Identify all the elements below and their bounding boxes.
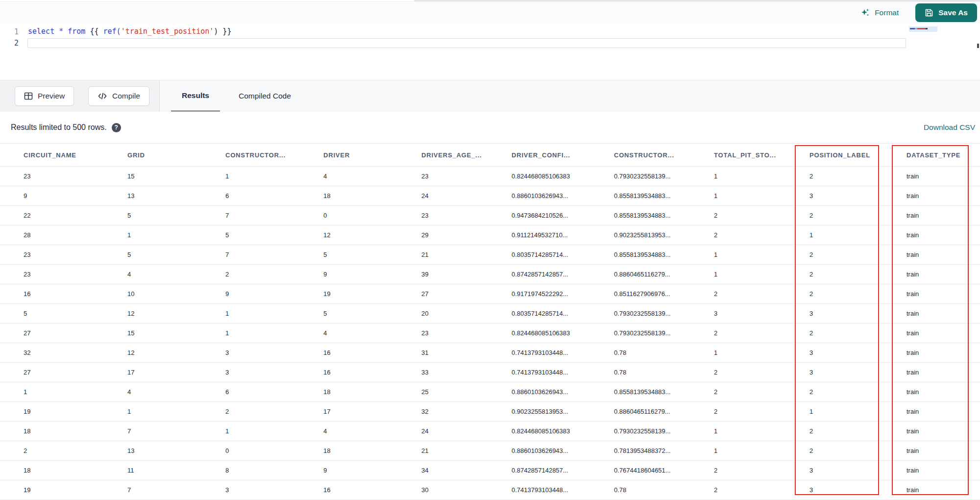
table-cell: 0.8860465116279... [605,265,705,284]
table-cell: 0.8558139534883... [605,382,705,402]
table-cell: 1 [217,304,315,324]
table-cell: 2 [705,324,801,343]
preview-label: Preview [38,92,65,100]
table-cell: 0.7413793103448... [503,363,605,382]
table-cell: 20 [413,304,503,324]
table-cell: 0.8035714285714... [503,245,605,265]
table-cell: 23 [0,265,119,284]
code-icon [98,92,107,100]
tab-compiled-code[interactable]: Compiled Code [228,80,302,112]
compile-button[interactable]: Compile [88,86,149,106]
table-cell: 0.8511627906976... [605,284,705,304]
column-header-circuit-name: CIRCUIT_NAME [0,144,119,167]
table-cell: 23 [413,324,503,343]
table-cell: 30 [413,480,503,500]
table-cell: 0.7930232558139... [605,422,705,441]
table-cell: 39 [413,265,503,284]
table-cell: 1 [705,441,801,461]
table-cell: 0.8860465116279... [605,402,705,422]
code-token: from [68,27,90,36]
line-number-2: 2 [11,39,19,48]
tab-compiled-code-label: Compiled Code [239,92,291,100]
table-cell: 16 [315,343,413,363]
table-cell: 0.824468085106383 [503,422,605,441]
column-header-driver-confi: DRIVER_CONFI... [503,144,605,167]
table-cell: 1 [0,382,119,402]
table-cell: 0.9112149532710... [503,225,605,245]
table-cell: 17 [119,363,217,382]
save-icon [925,8,933,17]
tab-results[interactable]: Results [171,80,220,112]
table-cell: 10 [119,284,217,304]
table-cell: 27 [0,363,119,382]
table-cell: 2 [705,363,801,382]
table-cell: 1 [705,422,801,441]
tab-results-label: Results [182,91,209,100]
table-cell: 0.8558139534883... [605,186,705,206]
table-cell: 0.78 [605,343,705,363]
table-cell: 0.8860103626943... [503,186,605,206]
table-cell: 0.7413793103448... [503,480,605,500]
active-line-box[interactable] [27,38,906,48]
code-token: ref( [103,27,121,36]
table-cell: 0.9473684210526... [503,206,605,225]
annotation-box-position-label [795,145,879,495]
help-icon[interactable]: ? [112,123,121,132]
table-cell: 2 [705,284,801,304]
format-button[interactable]: Format [860,8,899,18]
table-cell: 0.8558139534883... [605,245,705,265]
table-cell: 3 [705,304,801,324]
table-cell: 9 [315,461,413,480]
table-cell: 0.8860103626943... [503,382,605,402]
code-token: 'train_test_position' [121,27,214,36]
table-cell: 6 [217,186,315,206]
table-cell: 21 [413,441,503,461]
table-cell: 0 [315,206,413,225]
table-cell: 18 [315,186,413,206]
preview-button[interactable]: Preview [15,86,74,106]
table-cell: 11 [119,461,217,480]
save-as-button[interactable]: Save As [915,3,977,22]
table-cell: 7 [217,206,315,225]
sparkles-icon [860,8,870,18]
column-header-total-pit-sto: TOTAL_PIT_STO... [705,144,801,167]
table-cell: 18 [0,422,119,441]
table-cell: 5 [0,304,119,324]
table-cell: 5 [315,304,413,324]
column-header-driver: DRIVER [315,144,413,167]
table-icon [24,92,33,100]
table-cell: 3 [217,480,315,500]
table-cell: 2 [705,206,801,225]
code-token: * [59,27,68,36]
table-cell: 0.8860103626943... [503,441,605,461]
table-cell: 18 [315,382,413,402]
table-cell: 7 [217,245,315,265]
table-cell: 0.9023255813953... [503,402,605,422]
table-cell: 0 [217,441,315,461]
compile-label: Compile [112,92,140,100]
table-cell: 0.9023255813953... [605,225,705,245]
table-cell: 5 [119,206,217,225]
line-number-1: 1 [11,27,19,36]
editor-scrollbar[interactable] [977,44,979,48]
table-cell: 0.78 [605,480,705,500]
table-cell: 4 [315,167,413,186]
table-cell: 5 [217,225,315,245]
table-cell: 4 [119,382,217,402]
table-cell: 0.78 [605,363,705,382]
table-cell: 27 [413,284,503,304]
sql-editor[interactable]: 1 2 select * from {{ ref('train_test_pos… [0,23,980,80]
table-cell: 9 [217,284,315,304]
table-cell: 16 [315,363,413,382]
table-cell: 32 [413,402,503,422]
table-cell: 23 [413,167,503,186]
table-cell: 24 [413,422,503,441]
minimap-code-line [910,28,935,29]
tab-bar: Results Compiled Code [159,80,980,112]
table-cell: 19 [0,480,119,500]
table-cell: 1 [217,422,315,441]
download-csv-link[interactable]: Download CSV [924,123,975,132]
table-cell: 12 [119,304,217,324]
editor-minimap[interactable] [909,26,937,32]
table-cell: 9 [315,265,413,284]
